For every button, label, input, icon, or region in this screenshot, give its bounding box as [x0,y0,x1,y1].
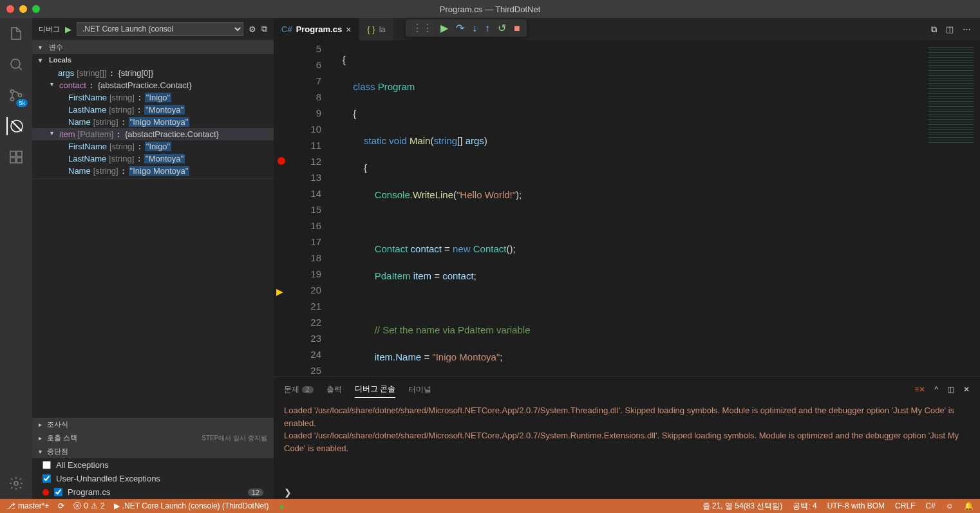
code-editor[interactable]: ▶ 5678910111213141516171819202122232425 … [274,41,980,377]
continue-button[interactable]: ▶ [440,22,448,34]
problems-status[interactable]: ⓧ 0 ⚠ 2 [73,501,104,512]
minimap[interactable] [916,41,980,377]
step-into-button[interactable]: ↓ [472,23,477,34]
feedback-icon[interactable]: ☺ [946,501,954,510]
breakpoint-dot-icon [42,489,49,496]
var-contact-name[interactable]: Name [string]: "Inigo Montoya" [32,116,274,128]
watch-section[interactable]: ▸ 조사식 [32,418,274,431]
variables-section[interactable]: ▾변수 [32,41,274,54]
debug-toolbar: ⋮⋮ ▶ ↷ ↓ ↑ ↺ ■ [406,19,527,37]
status-bar: ⎇ master*+ ⟳ ⓧ 0 ⚠ 2 ▶ .NET Core Launch … [0,499,980,513]
svg-rect-6 [17,151,22,156]
bp-user-exceptions[interactable]: User-Unhandled Exceptions [32,472,274,485]
console-prompt[interactable]: ❯ [274,486,980,499]
explorer-icon[interactable] [7,24,25,42]
scm-badge: 5k [16,99,28,107]
indentation[interactable]: 공백: 4 [793,501,816,512]
svg-rect-8 [17,158,22,163]
split-editor-icon[interactable]: ◫ [946,24,954,34]
callstack-section[interactable]: ▸ 호출 스택STEP에서 일시 중지됨 [32,431,274,445]
git-branch[interactable]: ⎇ master*+ [6,501,49,510]
var-item[interactable]: ▾item [PdaItem]: {abstactPractice.Contac… [32,128,274,140]
sync-icon[interactable]: ⟳ [58,501,64,510]
cursor-position[interactable]: 줄 21, 열 54(83 선택됨) [702,501,783,512]
activity-bar: 5k [0,18,32,499]
breakpoints-section[interactable]: ▾ 중단점 [32,445,274,458]
start-debug-button[interactable]: ▶ [65,24,71,34]
live-icon[interactable]: ▲ [278,501,286,510]
var-args[interactable]: args [string[]]: {string[0]} [32,67,274,79]
close-window[interactable] [6,5,14,13]
svg-rect-5 [10,151,15,156]
encoding[interactable]: UTF-8 with BOM [827,501,885,510]
problems-tab[interactable]: 문제2 [284,382,314,398]
close-tab-icon[interactable]: × [346,24,351,35]
svg-point-0 [11,59,20,68]
panel-up-icon[interactable]: ^ [934,385,938,394]
var-contact-lastname[interactable]: LastName [string]: "Montoya" [32,104,274,116]
var-contact[interactable]: ▾contact: {abstactPractice.Contact} [32,79,274,91]
drag-handle-icon[interactable]: ⋮⋮ [412,22,433,34]
bp-all-exceptions[interactable]: All Exceptions [32,458,274,472]
restart-button[interactable]: ↺ [498,22,506,34]
editor-tabs: C#Program.cs× { }la ⋮⋮ ▶ ↷ ↓ ↑ ↺ ■ ⧉ ◫ ⋯ [274,18,980,41]
breakpoint-glyph-icon[interactable] [278,157,285,165]
window-controls [6,5,40,13]
launch-status[interactable]: ▶ .NET Core Launch (console) (ThirdDotNe… [114,501,269,510]
svg-rect-7 [10,158,15,163]
compare-icon[interactable]: ⧉ [931,24,937,35]
bottom-panel: 문제2 출력 디버그 콘솔 터미널 ≡✕ ^ ◫ ✕ Loaded '/usr/… [274,377,980,499]
var-item-lastname[interactable]: LastName [string]: "Montoya" [32,153,274,165]
bp-program-cs[interactable]: Program.cs12 [32,485,274,499]
search-icon[interactable] [7,55,25,73]
step-out-button[interactable]: ↑ [485,23,490,34]
notifications-icon[interactable]: 🔔 [964,501,974,510]
settings-icon[interactable] [7,474,25,492]
debug-title: 디버그 [39,24,60,34]
maximize-window[interactable] [32,5,40,13]
var-item-name[interactable]: Name [string]: "Inigo Montoya" [32,165,274,177]
debug-console-output: Loaded '/usr/local/share/dotnet/shared/M… [274,402,980,486]
svg-point-1 [11,90,14,93]
debug-console-tab[interactable]: 디버그 콘솔 [355,381,395,398]
step-over-button[interactable]: ↷ [456,22,464,34]
eol[interactable]: CRLF [895,501,915,510]
language-mode[interactable]: C# [925,501,935,510]
locals-section[interactable]: ▾Locals [32,54,274,66]
minimize-window[interactable] [19,5,27,13]
current-line-icon: ▶ [276,284,283,300]
debug-sidebar: 디버그 ▶ .NET Core Launch (consol ⚙ ⧉ ▾변수 ▾… [32,18,274,499]
panel-maximize-icon[interactable]: ◫ [947,385,954,394]
terminal-tab[interactable]: 터미널 [408,382,431,398]
svg-point-2 [11,98,14,101]
panel-close-icon[interactable]: ✕ [963,385,970,394]
clear-console-icon[interactable]: ≡✕ [914,385,925,394]
tab-launch-json[interactable]: { }la [359,18,393,41]
more-icon[interactable]: ⋯ [963,24,971,34]
source-control-icon[interactable]: 5k [7,86,25,104]
extensions-icon[interactable] [7,148,25,166]
tab-program-cs[interactable]: C#Program.cs× [274,18,359,41]
stop-button[interactable]: ■ [514,23,520,34]
var-item-firstname[interactable]: FirstName [string]: "Inigo" [32,140,274,153]
line-numbers: 5678910111213141516171819202122232425 [293,41,332,377]
svg-point-9 [14,481,18,485]
output-tab[interactable]: 출력 [326,382,342,398]
titlebar: Program.cs — ThirdDotNet [0,0,980,18]
config-gear-icon[interactable]: ⚙ [249,24,256,34]
launch-config-select[interactable]: .NET Core Launch (consol [77,22,243,36]
debug-icon[interactable] [6,117,24,135]
var-contact-firstname[interactable]: FirstName [string]: "Inigo" [32,91,274,104]
debug-console-toggle-icon[interactable]: ⧉ [261,24,267,34]
window-title: Program.cs — ThirdDotNet [440,5,541,14]
